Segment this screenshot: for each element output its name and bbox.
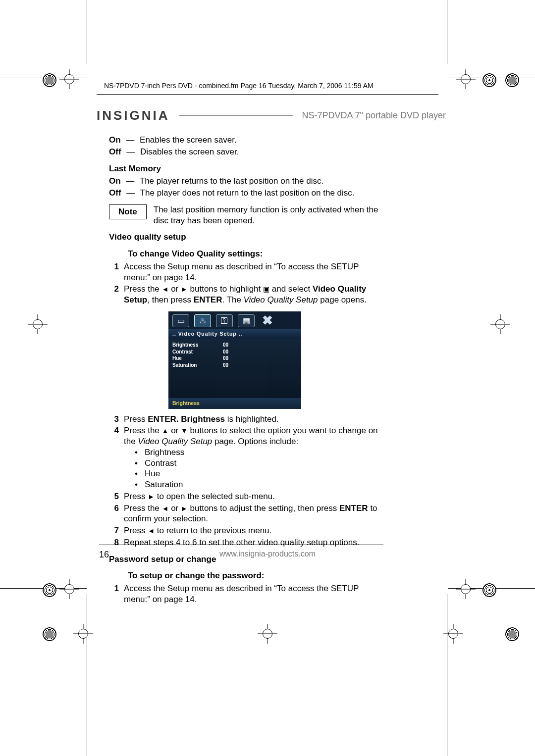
- vq-step-7: Press ◄ to return to the previous menu.: [124, 525, 386, 536]
- vq-step-2: Press the ◄ or ► buttons to highlight ▣ …: [124, 284, 386, 305]
- vq-step-6: Press the ◄ or ► buttons to adjust the s…: [124, 503, 386, 525]
- password-subheading: To setup or change the password:: [128, 570, 386, 581]
- opt-saturation: Saturation: [145, 479, 183, 490]
- product-title: NS-7PDVDA 7" portable DVD player: [302, 110, 446, 121]
- note-text: The last position memory function is onl…: [154, 204, 386, 226]
- left-arrow-icon: ◄: [162, 504, 169, 513]
- vq-step-8: Repeat steps 4 to 6 to set the other vid…: [124, 537, 386, 548]
- ss-on-text: Enables the screen saver.: [140, 135, 237, 145]
- osd-footer: Brightness: [168, 398, 301, 408]
- emdash-icon: —: [123, 135, 137, 145]
- vq-step-5: Press ► to open the selected sub-menu.: [124, 491, 386, 502]
- lm-off-text: The player does not return to the last p…: [140, 188, 355, 198]
- osd-tab-video: ♨: [194, 314, 211, 327]
- opt-contrast: Contrast: [145, 458, 176, 469]
- down-arrow-icon: ▼: [181, 427, 188, 436]
- last-memory-heading: Last Memory: [109, 163, 386, 174]
- opt-brightness: Brightness: [145, 447, 184, 458]
- vq-step-1: Access the Setup menu as described in “T…: [124, 261, 386, 283]
- osd-screenshot: ▭ ♨ ⚿ ▦ ✖ .. Video Quality Setup .. Brig…: [168, 311, 301, 409]
- osd-row: Contrast00: [172, 349, 297, 355]
- opt-hue: Hue: [145, 468, 160, 479]
- video-quality-subheading: To change Video Quality settings:: [128, 249, 386, 259]
- manual-page: NS-7PDVD 7-inch Pers DVD - combined.fm P…: [0, 0, 535, 756]
- left-arrow-icon: ◄: [148, 527, 155, 536]
- osd-title: .. Video Quality Setup ..: [168, 329, 301, 339]
- note-label: Note: [109, 204, 147, 219]
- right-arrow-icon: ►: [181, 504, 188, 513]
- brand-logo: INSIGNIA: [97, 108, 170, 123]
- ss-off-label: Off: [109, 147, 121, 156]
- body-copy: On — Enables the screen saver. Off — Dis…: [109, 135, 386, 606]
- right-arrow-icon: ►: [148, 493, 155, 502]
- osd-row: Hue00: [172, 355, 297, 362]
- ss-off-text: Disables the screen saver.: [140, 147, 239, 156]
- osd-tab-exit: ✖: [260, 315, 275, 327]
- emdash-icon: —: [123, 176, 137, 186]
- left-arrow-icon: ◄: [162, 285, 169, 294]
- osd-tab-preference: ▦: [238, 314, 255, 327]
- emdash-icon: —: [123, 147, 138, 156]
- osd-row: Saturation00: [172, 362, 297, 369]
- footer-url: www.insignia-products.com: [0, 550, 535, 558]
- ss-on-label: On: [109, 135, 121, 145]
- lm-on-label: On: [109, 176, 121, 186]
- lm-on-text: The player returns to the last position …: [140, 176, 323, 186]
- osd-tab-general: ▭: [172, 314, 189, 327]
- framemaker-header: NS-7PDVD 7-inch Pers DVD - combined.fm P…: [104, 82, 374, 90]
- pw-step-1: Access the Setup menu as described in “T…: [124, 583, 386, 605]
- osd-row: Brightness00: [172, 342, 297, 349]
- lm-off-label: Off: [109, 188, 121, 198]
- video-quality-heading: Video quality setup: [109, 232, 386, 243]
- vq-step-4: Press the ▲ or ▼ buttons to select the o…: [124, 425, 386, 490]
- video-icon: ▣: [263, 285, 269, 294]
- right-arrow-icon: ►: [181, 285, 188, 294]
- osd-tab-password: ⚿: [216, 314, 233, 327]
- osd-body: Brightness00 Contrast00 Hue00 Saturation…: [168, 339, 301, 398]
- vq-step-3: Press ENTER. Brightness is highlighted.: [124, 414, 386, 425]
- emdash-icon: —: [123, 188, 138, 198]
- up-arrow-icon: ▲: [162, 427, 169, 436]
